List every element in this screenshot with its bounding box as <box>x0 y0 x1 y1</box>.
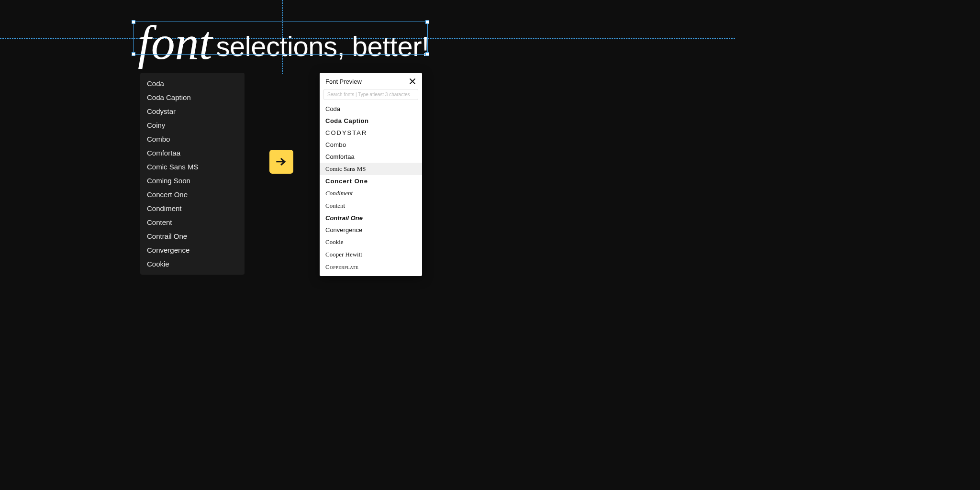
plain-font-list-panel: CodaCoda CaptionCodystarCoinyComboComfor… <box>140 73 245 275</box>
font-list-item[interactable]: Concert One <box>140 188 245 201</box>
font-preview-item[interactable]: Convergence <box>320 224 422 236</box>
font-preview-item[interactable]: Comfortaa <box>320 151 422 163</box>
font-list-item[interactable]: Combo <box>140 132 245 146</box>
font-preview-item[interactable]: Comic Sans MS <box>320 163 422 175</box>
font-preview-item[interactable]: Content <box>320 200 422 212</box>
vertical-guide <box>282 0 283 74</box>
page-title: font selections, better! <box>138 26 429 62</box>
resize-handle-bottom-right[interactable] <box>425 52 429 56</box>
resize-handle-top-left[interactable] <box>132 20 135 24</box>
font-list-item[interactable]: Comic Sans MS <box>140 160 245 174</box>
title-sans-text: selections, better! <box>216 30 429 62</box>
font-list-item[interactable]: Coiny <box>140 118 245 132</box>
font-list-item[interactable]: Coda <box>140 77 245 90</box>
horizontal-guide <box>0 38 735 39</box>
title-script-word: font <box>138 29 212 57</box>
font-preview-item[interactable]: Condiment <box>320 187 422 200</box>
font-preview-item[interactable]: CODYSTAR <box>320 127 422 139</box>
font-list-item[interactable]: Codystar <box>140 104 245 118</box>
font-search-wrapper <box>320 89 422 102</box>
font-preview-item[interactable]: Copperplate <box>320 261 422 273</box>
font-list-item[interactable]: Coda Caption <box>140 90 245 104</box>
font-list-item[interactable]: Content <box>140 215 245 229</box>
font-preview-item[interactable]: Combo <box>320 139 422 151</box>
close-icon[interactable] <box>409 78 416 85</box>
font-preview-panel: Font Preview CodaCoda CaptionCODYSTARCom… <box>320 73 422 276</box>
font-list-item[interactable]: Cookie <box>140 257 245 271</box>
font-preview-item[interactable]: Coda Caption <box>320 115 422 127</box>
resize-handle-bottom-left[interactable] <box>132 52 135 56</box>
font-preview-item[interactable]: Cookie <box>320 236 422 248</box>
font-preview-item[interactable]: Contrail One <box>320 212 422 224</box>
font-preview-item[interactable]: Coda <box>320 103 422 115</box>
arrow-right-icon <box>269 150 293 174</box>
font-list-item[interactable]: Condiment <box>140 201 245 215</box>
font-list-item[interactable]: Comfortaa <box>140 146 245 160</box>
font-preview-title: Font Preview <box>325 78 362 85</box>
font-search-input[interactable] <box>323 89 418 100</box>
font-preview-header: Font Preview <box>320 73 422 89</box>
font-list-item[interactable]: Contrail One <box>140 229 245 243</box>
font-preview-item[interactable]: Concert One <box>320 175 422 187</box>
arrow-right-glyph <box>274 154 289 169</box>
font-preview-list: CodaCoda CaptionCODYSTARComboComfortaaCo… <box>320 102 422 276</box>
font-list-item[interactable]: Convergence <box>140 243 245 257</box>
font-preview-item[interactable]: Cooper Hewitt <box>320 248 422 261</box>
font-list-item[interactable]: Coming Soon <box>140 174 245 188</box>
resize-handle-top-right[interactable] <box>425 20 429 24</box>
